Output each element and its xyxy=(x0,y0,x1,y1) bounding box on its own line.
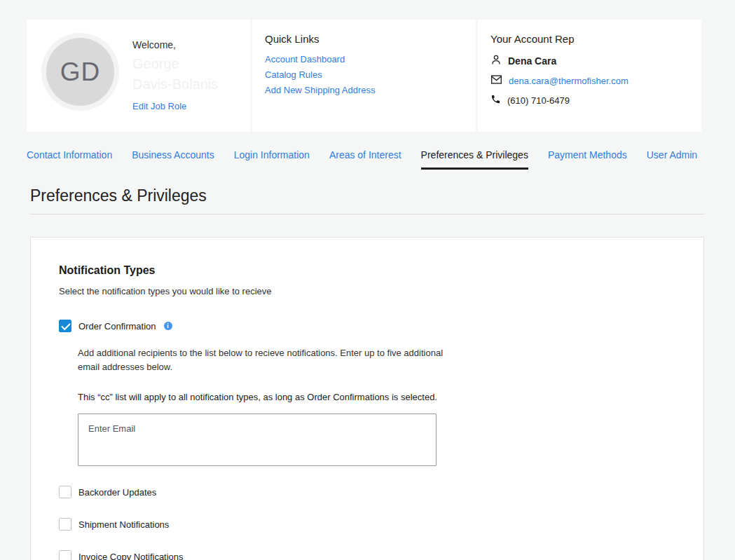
quick-link[interactable]: Catalog Rules xyxy=(265,69,463,80)
order-confirmation-label: Order Confirmation xyxy=(78,321,156,332)
welcome-label: Welcome, xyxy=(132,39,218,50)
cc-note: This “cc” list will apply to all notific… xyxy=(78,392,675,402)
profile-card: GD Welcome, George Davis-Bolanis Edit Jo… xyxy=(27,20,250,132)
rep-name-row: Dena Cara xyxy=(490,54,689,68)
tab[interactable]: User Admin xyxy=(647,149,697,170)
notification-type-checkbox[interactable] xyxy=(59,486,71,498)
avatar: GD xyxy=(46,38,114,106)
profile-text: Welcome, George Davis-Bolanis Edit Job R… xyxy=(132,32,218,119)
quick-links-card: Quick Links Account Dashboard Catalog Ru… xyxy=(252,20,476,132)
order-confirmation-row: Order Confirmation i xyxy=(59,320,675,332)
cc-email-input[interactable] xyxy=(78,414,437,466)
notification-type-row: Shipment Notifications xyxy=(59,518,675,531)
notification-type-label: Invoice Copy Notifications xyxy=(78,552,184,560)
notification-type-checkbox[interactable] xyxy=(59,518,71,531)
rep-phone: (610) 710-6479 xyxy=(507,95,570,106)
notification-type-row: Backorder Updates xyxy=(59,486,675,498)
tab[interactable]: Payment Methods xyxy=(548,149,627,170)
notification-types-panel: Notification Types Select the notificati… xyxy=(30,237,704,560)
notification-type-label: Backorder Updates xyxy=(78,487,156,498)
notification-type-row: Invoice Copy Notifications xyxy=(59,550,675,560)
edit-job-role-link[interactable]: Edit Job Role xyxy=(132,101,186,111)
quick-links-title: Quick Links xyxy=(265,33,463,45)
cc-block: Add additional recipients to the list be… xyxy=(78,346,675,466)
notification-type-label: Shipment Notifications xyxy=(78,519,169,530)
notification-types-subheading: Select the notification types you would … xyxy=(59,286,675,296)
notification-types-heading: Notification Types xyxy=(59,264,675,277)
title-divider xyxy=(30,214,704,214)
info-icon[interactable]: i xyxy=(164,322,172,330)
cc-instructions: Add additional recipients to the list be… xyxy=(78,346,449,374)
rep-email-row: dena.cara@thermofisher.com xyxy=(490,74,689,88)
rep-name: Dena Cara xyxy=(508,55,556,67)
tab[interactable]: Business Accounts xyxy=(132,149,214,170)
other-notification-types: Backorder Updates Shipment Notifications… xyxy=(59,486,675,560)
page-title: Preferences & Privileges xyxy=(30,186,704,205)
quick-link[interactable]: Add New Shipping Address xyxy=(265,85,463,95)
tab[interactable]: Contact Information xyxy=(27,149,112,170)
mail-icon xyxy=(490,74,502,88)
account-rep-card: Your Account Rep Dena Cara dena.cara@the… xyxy=(478,20,701,132)
rep-email-link[interactable]: dena.cara@thermofisher.com xyxy=(509,76,628,86)
quick-link[interactable]: Account Dashboard xyxy=(265,54,463,64)
person-icon xyxy=(490,54,502,68)
avatar-initials: GD xyxy=(60,57,101,87)
tab[interactable]: Preferences & Privileges xyxy=(421,149,528,170)
notification-type-checkbox[interactable] xyxy=(59,550,71,560)
tab[interactable]: Login Information xyxy=(234,149,310,170)
profile-first-name: George xyxy=(132,54,218,74)
summary-cards-row: GD Welcome, George Davis-Bolanis Edit Jo… xyxy=(27,20,701,132)
quick-links-list: Account Dashboard Catalog Rules Add New … xyxy=(265,54,463,95)
profile-last-name: Davis-Bolanis xyxy=(132,74,218,95)
order-confirmation-checkbox[interactable] xyxy=(59,320,71,332)
account-tabs: Contact Information Business Accounts Lo… xyxy=(27,149,707,170)
rep-phone-row: (610) 710-6479 xyxy=(490,94,689,107)
tab[interactable]: Areas of Interest xyxy=(329,149,401,170)
account-rep-title: Your Account Rep xyxy=(490,33,689,45)
phone-icon xyxy=(490,94,501,107)
